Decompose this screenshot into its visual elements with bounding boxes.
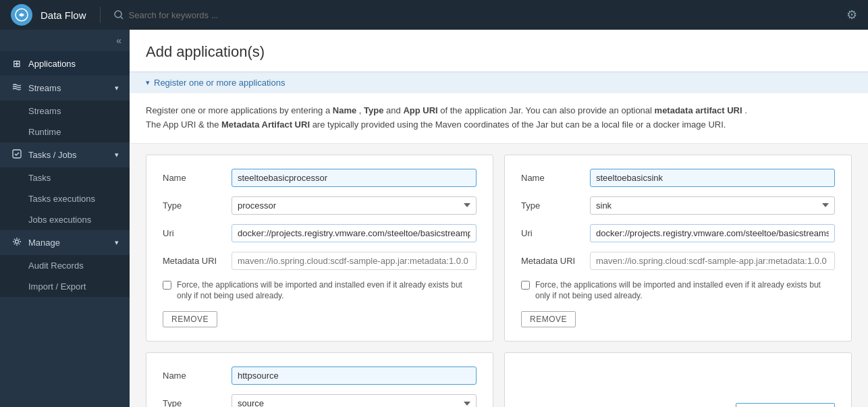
app-title: Data Flow [40, 9, 86, 21]
desc-type: Type [364, 105, 383, 115]
streams-section-label: Streams [28, 83, 61, 93]
tasks-section-label: Tasks / Jobs [28, 150, 77, 160]
svg-line-2 [121, 17, 123, 19]
desc-and: and [386, 105, 403, 115]
desc-text-1: Register one or more applications by ent… [146, 105, 333, 115]
streams-submenu: Streams Runtime [0, 101, 130, 142]
desc-line2-1: The App URI & the [146, 119, 221, 130]
card1-name-label: Name [163, 173, 223, 183]
svg-point-4 [16, 240, 19, 244]
card3-type-row: Type processor sink source task [163, 394, 477, 407]
card2-remove-button[interactable]: REMOVE [521, 311, 576, 327]
settings-icon[interactable]: ⚙ [846, 7, 857, 22]
desc-metadata: metadata artifact URI [655, 105, 742, 115]
desc-period: . [744, 105, 747, 115]
main-content: Add application(s) ▾ Register one or mor… [130, 30, 868, 407]
manage-icon [11, 237, 23, 248]
sidebar-item-runtime[interactable]: Runtime [0, 121, 130, 142]
card2-name-label: Name [521, 173, 582, 183]
desc-metadata-artifact: Metadata Artifact URI [221, 119, 310, 130]
manage-section-label: Manage [28, 238, 60, 248]
manage-submenu: Audit Records Import / Export [0, 255, 130, 297]
card2-uri-label: Uri [521, 228, 582, 238]
card2-type-row: Type processor sink source task [521, 196, 835, 215]
sidebar-item-audit-records[interactable]: Audit Records [0, 255, 130, 276]
sidebar-item-jobs-executions[interactable]: Jobs executions [0, 209, 130, 230]
new-application-button[interactable]: NEW APPLICATION [736, 403, 835, 407]
register-chevron-icon: ▾ [146, 78, 150, 87]
cards-area: Name Type processor sink source task Uri [130, 144, 868, 407]
sidebar-item-streams-sub[interactable]: Streams [0, 101, 130, 121]
card1-metadata-row: Metadata URI [163, 252, 477, 270]
svg-rect-3 [13, 150, 21, 158]
card2-metadata-input[interactable] [590, 252, 835, 270]
card1-uri-label: Uri [163, 228, 223, 238]
card1-name-input[interactable] [232, 169, 477, 187]
desc-comma1: , [359, 105, 364, 115]
streams-chevron-icon: ▾ [115, 84, 119, 92]
app-card-1: Name Type processor sink source task Uri [146, 155, 493, 342]
card1-uri-row: Uri [163, 224, 477, 242]
card2-checkbox-row: Force, the applications will be imported… [521, 279, 835, 302]
sidebar-item-tasks-jobs[interactable]: Tasks / Jobs ▾ [0, 142, 130, 167]
card2-force-checkbox[interactable] [521, 281, 530, 290]
card2-uri-input[interactable] [590, 224, 835, 242]
sidebar-item-tasks[interactable]: Tasks [0, 167, 130, 188]
sidebar: « ⊞ Applications Streams ▾ Streams Runti… [0, 30, 130, 407]
app-card-new: NEW APPLICATION [504, 352, 852, 407]
applications-icon: ⊞ [11, 58, 23, 69]
card1-uri-input[interactable] [232, 224, 477, 242]
card1-metadata-input[interactable] [232, 252, 477, 270]
card2-metadata-label: Metadata URI [521, 256, 582, 266]
header-divider [100, 7, 101, 23]
card2-uri-row: Uri [521, 224, 835, 242]
card1-checkbox-label: Force, the applications will be imported… [177, 279, 477, 302]
card2-type-label: Type [521, 200, 582, 211]
desc-name: Name [333, 105, 356, 115]
search-input[interactable] [129, 10, 331, 20]
page-title: Add application(s) [146, 43, 852, 61]
desc-line2-rest: are typically provided using the Maven c… [313, 119, 726, 130]
app-logo [11, 4, 32, 26]
card2-name-row: Name [521, 169, 835, 187]
register-panel[interactable]: ▾ Register one or more applications [130, 72, 868, 93]
sidebar-item-applications[interactable]: ⊞ Applications [0, 51, 130, 76]
sidebar-item-tasks-executions[interactable]: Tasks executions [0, 188, 130, 209]
card1-remove-button[interactable]: REMOVE [163, 311, 217, 327]
card1-type-select[interactable]: processor sink source task [232, 196, 477, 215]
card1-checkbox-row: Force, the applications will be imported… [163, 279, 477, 302]
card1-force-checkbox[interactable] [163, 281, 171, 290]
card2-checkbox-label: Force, the applications will be imported… [535, 279, 835, 302]
card3-type-label: Type [163, 398, 223, 407]
card1-name-row: Name [163, 169, 477, 187]
card3-type-select[interactable]: processor sink source task [232, 394, 477, 407]
sidebar-item-manage[interactable]: Manage ▾ [0, 230, 130, 255]
svg-point-1 [115, 11, 121, 18]
page-header: Add application(s) [130, 30, 868, 72]
tasks-icon [11, 149, 23, 161]
card2-name-input[interactable] [590, 169, 835, 187]
app-card-3: Name Type processor sink source task [146, 352, 493, 407]
main-layout: « ⊞ Applications Streams ▾ Streams Runti… [0, 30, 868, 407]
tasks-submenu: Tasks Tasks executions Jobs executions [0, 167, 130, 230]
app-card-2: Name Type processor sink source task Uri [504, 155, 852, 342]
card2-type-select[interactable]: processor sink source task [590, 196, 835, 215]
desc-rest: of the application Jar. You can also pro… [440, 105, 654, 115]
search-bar[interactable] [114, 10, 838, 20]
card1-type-row: Type processor sink source task [163, 196, 477, 215]
sidebar-collapse-button[interactable]: « [0, 30, 130, 51]
card3-name-row: Name [163, 367, 477, 385]
search-icon [114, 10, 124, 20]
desc-appuri: App URI [403, 105, 437, 115]
register-panel-label: Register one or more applications [154, 78, 285, 88]
description-area: Register one or more applications by ent… [130, 93, 868, 144]
card3-name-input[interactable] [232, 367, 477, 385]
sidebar-item-label: Applications [28, 59, 76, 69]
card3-name-label: Name [163, 371, 223, 381]
sidebar-item-import-export[interactable]: Import / Export [0, 276, 130, 297]
manage-chevron-icon: ▾ [115, 238, 119, 247]
card1-metadata-label: Metadata URI [163, 256, 223, 266]
top-header: Data Flow ⚙ [0, 0, 868, 30]
card2-metadata-row: Metadata URI [521, 252, 835, 270]
sidebar-item-streams[interactable]: Streams ▾ [0, 76, 130, 101]
